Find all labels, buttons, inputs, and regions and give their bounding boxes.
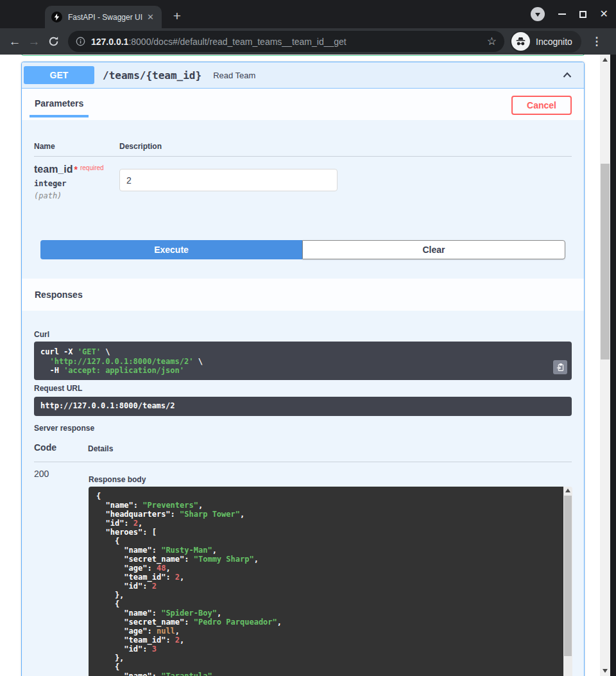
opblock-get-read-team: GET /teams/{team_id} Read Team Parameter… — [21, 62, 585, 676]
swagger-page: GET /teams/{team_id} Read Team Parameter… — [0, 55, 616, 676]
request-url-label: Request URL — [34, 384, 82, 393]
tab-parameters[interactable]: Parameters — [35, 98, 83, 108]
incognito-badge: Incognito — [510, 31, 581, 53]
previous-opblock-bottom-edge — [21, 55, 585, 56]
team-id-input[interactable] — [119, 169, 338, 191]
request-url-value: http://127.0.0.1:8000/teams/2 — [34, 397, 572, 416]
response-table-divider — [34, 462, 572, 462]
window-controls: ✕ — [531, 7, 608, 21]
bookmark-star-icon[interactable]: ☆ — [487, 35, 497, 48]
scroll-down-arrow-icon[interactable] — [603, 669, 608, 673]
info-icon[interactable] — [76, 37, 85, 46]
code-column-header: Code — [34, 442, 56, 453]
url-text[interactable]: 127.0.0.1:8000/docs#/default/read_team_t… — [91, 37, 482, 47]
parameters-table-header: Name Description — [34, 142, 572, 157]
cancel-button[interactable]: Cancel — [511, 96, 572, 115]
opblock-summary[interactable]: GET /teams/{team_id} Read Team — [22, 62, 584, 89]
incognito-label: Incognito — [536, 37, 572, 47]
response-body-block: { "name": "Preventers", "headquarters": … — [89, 487, 572, 676]
tab-title: FastAPI - Swagger UI — [68, 13, 146, 22]
parameter-type: integer — [34, 179, 119, 188]
tab-close-icon[interactable]: ✕ — [146, 12, 155, 22]
response-body-scrollbar[interactable] — [563, 487, 572, 676]
responses-section-header: Responses — [22, 279, 584, 311]
curl-command: curl -X 'GET' \ 'http://127.0.0.1:8000/t… — [34, 342, 572, 380]
execute-button-group: Execute Clear — [40, 240, 565, 259]
copy-to-clipboard-button[interactable] — [553, 360, 567, 374]
clipboard-icon — [556, 363, 565, 372]
required-star: * — [74, 164, 77, 175]
parameters-header-row: Parameters Cancel — [22, 89, 584, 120]
minimize-button[interactable] — [558, 13, 566, 15]
browser-menu-icon[interactable]: ⋮ — [589, 35, 604, 48]
required-label: required — [80, 164, 104, 171]
parameter-name: team_id — [34, 164, 73, 175]
back-icon[interactable]: ← — [5, 35, 24, 49]
details-column-header: Details — [88, 444, 113, 453]
browser-titlebar: FastAPI - Swagger UI ✕ + ✕ — [0, 0, 616, 28]
forward-icon[interactable]: → — [24, 35, 44, 49]
parameter-name-cell: team_id*required integer (path) — [34, 164, 119, 200]
chevron-down-icon — [535, 13, 540, 17]
column-header-name: Name — [34, 142, 119, 156]
curl-label: Curl — [34, 330, 49, 339]
collapse-chevron-icon[interactable] — [562, 70, 572, 80]
browser-tab[interactable]: FastAPI - Swagger UI ✕ — [45, 6, 162, 28]
browser-toolbar: ← → 127.0.0.1:8000/docs#/default/read_te… — [0, 28, 616, 55]
column-header-description: Description — [119, 142, 162, 156]
close-window-button[interactable]: ✕ — [600, 10, 608, 19]
endpoint-path: /teams/{team_id} — [103, 69, 201, 82]
scrollbar-thumb[interactable] — [564, 496, 572, 656]
response-body-json: { "name": "Preventers", "headquarters": … — [89, 487, 563, 676]
active-tab-underline — [30, 115, 89, 117]
profile-menu-button[interactable] — [531, 7, 545, 21]
server-response-label: Server response — [34, 424, 94, 433]
page-scrollbar[interactable] — [600, 55, 610, 676]
window-right-edge — [610, 55, 616, 676]
scroll-up-arrow-icon[interactable] — [603, 58, 608, 62]
maximize-button[interactable] — [579, 11, 586, 18]
url-host: 127.0.0.1 — [91, 37, 128, 47]
method-badge: GET — [24, 66, 94, 84]
incognito-icon — [511, 32, 530, 51]
reload-icon[interactable] — [44, 36, 63, 47]
fastapi-favicon-icon — [51, 12, 62, 22]
endpoint-summary: Read Team — [213, 71, 255, 80]
clear-button[interactable]: Clear — [302, 240, 565, 259]
scroll-up-arrow-icon[interactable] — [565, 489, 570, 492]
execute-button[interactable]: Execute — [40, 240, 302, 259]
new-tab-button[interactable]: + — [168, 8, 186, 26]
status-code: 200 — [34, 469, 49, 479]
url-path: :8000/docs#/default/read_team_teams__tea… — [128, 37, 346, 47]
response-body-label: Response body — [89, 475, 146, 484]
address-bar[interactable]: 127.0.0.1:8000/docs#/default/read_team_t… — [68, 31, 504, 52]
page-scrollbar-thumb[interactable] — [601, 164, 610, 360]
parameter-location: (path) — [34, 191, 119, 200]
responses-title: Responses — [35, 290, 83, 300]
curl-block: curl -X 'GET' \ 'http://127.0.0.1:8000/t… — [34, 342, 572, 380]
